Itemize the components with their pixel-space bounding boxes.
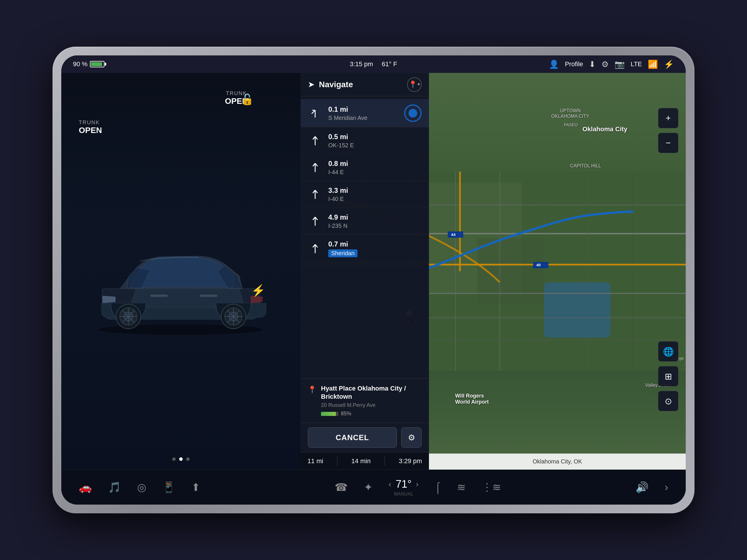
trip-divider-1: [337, 457, 337, 465]
step-distance-1: 0.1 mi: [328, 105, 398, 113]
volume-icon: 🔊: [636, 481, 649, 494]
status-time: 3:15 pm: [350, 60, 373, 68]
step-arrow-4: [308, 187, 323, 202]
music-icon: 🎵: [108, 481, 121, 494]
navigate-label: Navigate: [319, 80, 403, 89]
temp-down-button[interactable]: ‹: [389, 480, 391, 489]
nav-settings-button[interactable]: ⚙: [401, 427, 422, 448]
toolbar-volume-arrow[interactable]: ›: [665, 481, 668, 494]
battery-bar-icon: [90, 61, 104, 68]
nav-step-6: 0.7 mi Sheridan: [301, 235, 429, 263]
volume-arrow-icon: ›: [665, 481, 668, 494]
trip-divider-2: [385, 457, 385, 465]
status-bar: 90 % 3:15 pm 61° F 👤 Profile ⬇ ⚙ 📷 LTE 📶…: [61, 55, 686, 73]
profile-label[interactable]: Profile: [565, 60, 583, 68]
map-area[interactable]: ✈ 44 40 Google Oklahoma City UPTOWNOKLAH…: [301, 73, 686, 470]
battery-dest-pct: 85%: [341, 411, 351, 417]
svg-text:44: 44: [451, 233, 456, 237]
step-distance-6: 0.7 mi: [328, 240, 422, 248]
step-info-2: 0.5 mi OK-152 E: [328, 133, 422, 149]
trip-duration: 14 min: [351, 457, 370, 465]
destination-battery: 85%: [321, 411, 422, 417]
outer-frame: 90 % 3:15 pm 61° F 👤 Profile ⬇ ⚙ 📷 LTE 📶…: [53, 47, 694, 513]
lock-icon[interactable]: 🔓: [241, 93, 254, 105]
battery-indicator: 90 %: [73, 60, 104, 68]
bluetooth-icon[interactable]: ⚡: [664, 59, 674, 69]
nav-panel-header: ➤ Navigate 📍 +: [301, 73, 429, 96]
destination-info: Hyatt Place Oklahoma City / Bricktown 20…: [321, 384, 422, 417]
step-arrow-3: [308, 160, 323, 175]
profile-icon[interactable]: 👤: [549, 59, 559, 69]
pin-icon: 📍: [409, 80, 417, 89]
rear-defrost-icon: ⋮≋: [482, 481, 501, 494]
svg-rect-17: [200, 295, 217, 297]
destination-address: 20 Russell M.Perry Ave: [321, 402, 422, 408]
car-svg: ⚡: [82, 224, 280, 336]
toolbar-phone[interactable]: 📱: [162, 481, 175, 494]
trunk-bottom-label: TRUNK: [79, 119, 102, 126]
temperature-control: ‹ 71° › MANUAL: [389, 478, 419, 497]
car-image: ⚡: [82, 224, 280, 336]
zoom-out-button[interactable]: −: [658, 133, 678, 153]
add-waypoint-button[interactable]: 📍 +: [407, 77, 422, 92]
destination-name: Hyatt Place Oklahoma City / Bricktown: [321, 384, 422, 401]
status-bar-center: 3:15 pm 61° F: [350, 60, 397, 68]
step-arrow-5: [308, 214, 323, 229]
toolbar-climate-group: ☎ ✦ ‹ 71° › MANUAL ⌠: [335, 478, 501, 497]
toolbar-cloud[interactable]: ⬆: [191, 481, 200, 494]
lock-icon-area: 🔓: [241, 93, 254, 106]
destination-row: 📍 Hyatt Place Oklahoma City / Bricktown …: [308, 384, 422, 417]
step-info-4: 3.3 mi I-40 E: [328, 186, 422, 203]
toolbar-apps[interactable]: ◎: [137, 481, 146, 494]
nav-step-3: 0.8 mi I-44 E: [301, 154, 429, 181]
dot-1: [172, 457, 176, 461]
toolbar-car[interactable]: 🚗: [79, 481, 92, 494]
toolbar-defrost[interactable]: ≋: [457, 481, 466, 494]
zoom-in-button[interactable]: +: [658, 108, 678, 128]
step-distance-4: 3.3 mi: [328, 186, 422, 194]
step-road-6: Sheridan: [331, 250, 355, 257]
trunk-bottom[interactable]: TRUNK OPEN: [79, 119, 102, 135]
nav-steps: 0.1 mi S Meridian Ave: [301, 96, 429, 378]
toolbar-right-group: 🔊 ›: [636, 481, 668, 494]
cancel-button[interactable]: CANCEL: [308, 427, 397, 448]
toolbar-phone-hang[interactable]: ☎: [335, 481, 348, 494]
layers-button[interactable]: ⊞: [658, 366, 678, 386]
temp-up-button[interactable]: ›: [416, 480, 418, 489]
oklahoma-city-label: Oklahoma City: [583, 126, 627, 133]
toolbar-volume[interactable]: 🔊: [636, 481, 649, 494]
nav-panel: ➤ Navigate 📍 +: [301, 73, 429, 470]
svg-text:⚡: ⚡: [251, 284, 265, 297]
fan-icon: ✦: [364, 481, 372, 494]
location-text: Oklahoma City, OK: [533, 458, 582, 465]
toolbar-seat-heat[interactable]: ⌠: [435, 481, 441, 494]
toolbar-fan[interactable]: ✦: [364, 481, 372, 494]
globe-view-button[interactable]: 🌐: [658, 341, 678, 362]
temp-mode-label: MANUAL: [394, 491, 413, 497]
camera-icon[interactable]: 📷: [615, 59, 625, 69]
right-panel: ✈ 44 40 Google Oklahoma City UPTOWNOKLAH…: [301, 73, 686, 470]
map-right-controls: 🌐 ⊞ ⊙: [658, 341, 678, 411]
svg-rect-16: [150, 295, 168, 297]
step-distance-3: 0.8 mi: [328, 160, 422, 168]
destination-box: 📍 Hyatt Place Oklahoma City / Bricktown …: [301, 378, 429, 423]
toolbar-rear-defrost[interactable]: ⋮≋: [482, 481, 501, 494]
bottom-toolbar: 🚗 🎵 ◎ 📱 ⬆ ☎: [61, 470, 686, 505]
toolbar-music[interactable]: 🎵: [108, 481, 121, 494]
airport-label: Will RogersWorld Airport: [455, 393, 489, 405]
battery-dest-bar: [321, 412, 338, 416]
download-icon[interactable]: ⬇: [589, 59, 596, 69]
step-distance-2: 0.5 mi: [328, 133, 422, 141]
nav-step-4: 3.3 mi I-40 E: [301, 181, 429, 208]
trunk-bottom-status: OPEN: [79, 126, 102, 135]
location-button[interactable]: ⊙: [658, 391, 678, 411]
status-bar-left: 90 %: [73, 60, 104, 68]
battery-dest-fill: [321, 412, 336, 416]
seat-icon: ⌠: [435, 481, 441, 494]
lte-label: LTE: [630, 60, 642, 68]
step-info-6: 0.7 mi Sheridan: [328, 240, 422, 257]
dot-3: [186, 457, 190, 461]
upload-icon: ⬆: [191, 481, 200, 494]
step-road-5: I-235 N: [328, 222, 422, 229]
settings-icon[interactable]: ⚙: [601, 59, 609, 69]
